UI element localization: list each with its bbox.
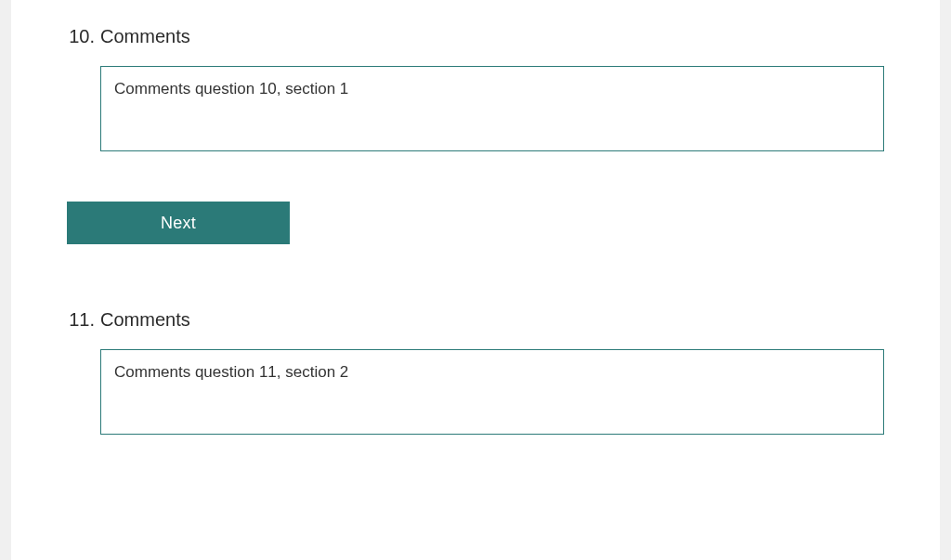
question-11-textarea[interactable] bbox=[100, 349, 884, 435]
question-11-title: Comments bbox=[100, 309, 190, 331]
question-10-number: 10. bbox=[67, 26, 95, 47]
spacer bbox=[11, 300, 940, 309]
question-11-block: 11. Comments bbox=[11, 309, 940, 438]
question-11-number: 11. bbox=[67, 309, 95, 331]
question-11-input-wrap bbox=[100, 349, 884, 438]
question-10-block: 10. Comments bbox=[11, 26, 940, 155]
spacer bbox=[11, 0, 940, 26]
question-11-header: 11. Comments bbox=[67, 309, 884, 331]
next-button[interactable]: Next bbox=[67, 202, 290, 244]
next-button-row: Next bbox=[11, 202, 940, 244]
question-10-header: 10. Comments bbox=[67, 26, 884, 47]
question-10-input-wrap bbox=[100, 66, 884, 155]
question-10-title: Comments bbox=[100, 26, 190, 47]
question-10-textarea[interactable] bbox=[100, 66, 884, 151]
form-page: 10. Comments Next 11. Comments bbox=[11, 0, 940, 560]
